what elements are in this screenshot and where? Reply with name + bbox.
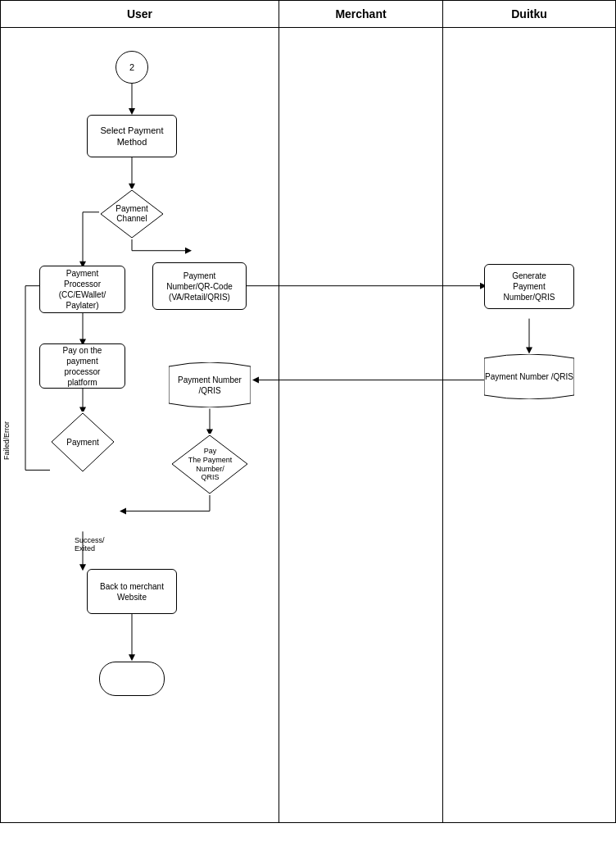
header-duitku: Duitku <box>443 1 615 27</box>
diagram-header: User Merchant Duitku <box>0 0 616 28</box>
step2-circle: 2 <box>116 51 148 84</box>
payment-processor-rect: Payment Processor (CC/EWallet/ Paylater) <box>39 266 125 313</box>
header-user: User <box>1 1 279 27</box>
lane-merchant <box>279 28 443 822</box>
generate-payment-rect: Generate Payment Number/QRIS <box>484 264 574 309</box>
header-merchant: Merchant <box>279 1 443 27</box>
back-merchant-rect: Back to merchant Website <box>87 569 177 614</box>
payment-result-diamond: Payment <box>50 412 116 473</box>
payment-number-qr-rect: Payment Number/QR-Code (VA/Retail/QRIS) <box>152 262 247 310</box>
pay-payment-diamond: PayThe PaymentNumber/QRIS <box>171 434 249 495</box>
lane-duitku <box>443 28 615 822</box>
swimlanes: 2 Select Payment Method PaymentChannel P… <box>0 28 616 823</box>
payment-number-mid-tape: Payment Number /QRIS <box>169 362 251 407</box>
payment-number-duitku-tape: Payment Number /QRIS <box>484 354 574 399</box>
pay-processor-rect: Pay on the payment processor platform <box>39 343 125 389</box>
failed-error-label: Failed/Error <box>2 421 11 460</box>
select-payment-method: Select Payment Method <box>87 115 177 157</box>
success-exited-label: Success/ Exited <box>75 536 105 553</box>
end-terminal <box>99 662 165 696</box>
diagram-container: User Merchant Duitku <box>0 0 616 846</box>
payment-channel-diamond: PaymentChannel <box>99 189 165 239</box>
